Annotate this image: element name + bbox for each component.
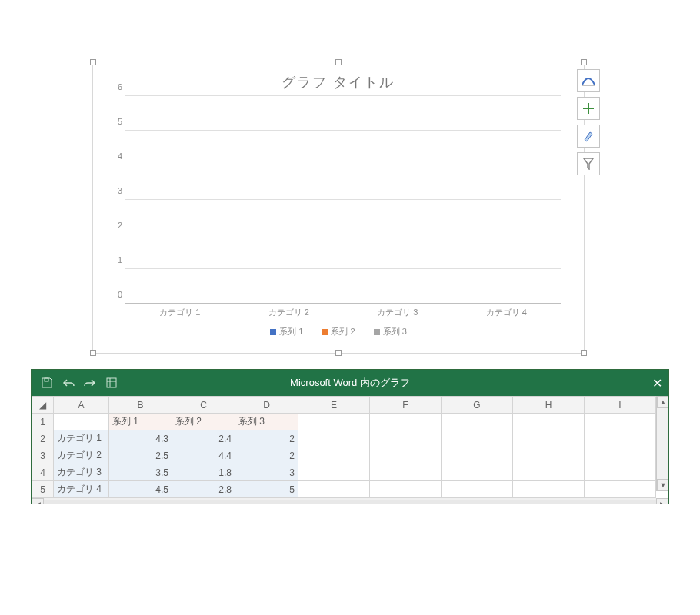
chart-plot-area[interactable]: 0 1 2 3 4 5 6 — [125, 96, 561, 304]
cell[interactable] — [513, 447, 585, 464]
undo-icon[interactable] — [61, 375, 76, 391]
table-row: 1 系列 1 系列 2 系列 3 — [32, 414, 656, 430]
column-header-row: ◢ A B C D E F G H I — [32, 397, 656, 414]
col-header[interactable]: C — [172, 397, 235, 414]
cell[interactable] — [513, 430, 585, 447]
x-axis-label: カテゴリ 4 — [486, 307, 527, 318]
bars-area — [125, 96, 561, 304]
x-axis-label: カテゴリ 1 — [159, 307, 200, 318]
redo-icon[interactable] — [82, 375, 98, 391]
col-header[interactable]: G — [442, 397, 513, 414]
cell[interactable]: 系列 2 — [172, 414, 235, 430]
cell[interactable] — [370, 430, 442, 447]
y-axis: 0 1 2 3 4 5 6 — [107, 96, 122, 304]
row-header[interactable]: 2 — [32, 430, 54, 447]
svg-rect-3 — [45, 378, 48, 381]
chart-legend[interactable]: 系列 1 系列 2 系列 3 — [93, 326, 584, 337]
cell[interactable] — [298, 414, 370, 430]
horizontal-scrollbar[interactable]: ◀ ▶ — [32, 498, 668, 504]
legend-item[interactable]: 系列 3 — [374, 326, 407, 337]
window-title: Microsoft Word 内のグラフ — [32, 376, 668, 390]
cell[interactable]: 3.5 — [109, 464, 172, 481]
cell[interactable]: 系列 3 — [235, 414, 298, 430]
col-header[interactable]: A — [54, 397, 109, 414]
row-header[interactable]: 4 — [32, 464, 54, 481]
cell[interactable] — [442, 464, 513, 481]
close-button[interactable]: ✕ — [645, 376, 668, 391]
col-header[interactable]: F — [370, 397, 442, 414]
cell[interactable] — [513, 414, 585, 430]
cell[interactable] — [54, 414, 109, 430]
cell[interactable] — [370, 447, 442, 464]
cell[interactable]: カテゴリ 4 — [54, 481, 109, 498]
cell[interactable]: 2.5 — [109, 447, 172, 464]
cell[interactable] — [585, 414, 656, 430]
chart-elements-button[interactable] — [577, 97, 600, 120]
row-header[interactable]: 5 — [32, 481, 54, 498]
cell[interactable] — [442, 447, 513, 464]
cell[interactable]: 2 — [235, 430, 298, 447]
chart-object[interactable]: グラフ タイトル 0 1 2 3 4 5 6 — [92, 62, 585, 354]
cell[interactable]: 4.4 — [172, 447, 235, 464]
cell[interactable]: 4.5 — [109, 481, 172, 498]
chart-title[interactable]: グラフ タイトル — [93, 62, 584, 96]
cell[interactable] — [370, 414, 442, 430]
cell[interactable]: 1.8 — [172, 464, 235, 481]
cell[interactable]: カテゴリ 3 — [54, 464, 109, 481]
table-row: 2 カテゴリ 1 4.3 2.4 2 — [32, 430, 656, 447]
col-header[interactable]: B — [109, 397, 172, 414]
chart-data-window: Microsoft Word 内のグラフ ✕ ▲ ▼ ◢ A B C D E F… — [31, 369, 669, 504]
table-row: 5 カテゴリ 4 4.5 2.8 5 — [32, 481, 656, 498]
cell[interactable] — [442, 481, 513, 498]
cell[interactable]: カテゴリ 1 — [54, 430, 109, 447]
table-row: 4 カテゴリ 3 3.5 1.8 3 — [32, 464, 656, 481]
col-header[interactable]: I — [585, 397, 656, 414]
cell[interactable]: 2 — [235, 447, 298, 464]
cell[interactable]: カテゴリ 2 — [54, 447, 109, 464]
excel-titlebar[interactable]: Microsoft Word 内のグラフ ✕ — [32, 370, 668, 396]
row-header[interactable]: 1 — [32, 414, 54, 430]
cell[interactable]: 2.8 — [172, 481, 235, 498]
x-axis-label: カテゴリ 3 — [377, 307, 418, 318]
legend-item[interactable]: 系列 2 — [322, 326, 355, 337]
cell[interactable] — [442, 414, 513, 430]
layout-options-button[interactable] — [577, 69, 600, 92]
cell[interactable] — [513, 464, 585, 481]
legend-item[interactable]: 系列 1 — [270, 326, 303, 337]
select-all-corner[interactable]: ◢ — [32, 397, 54, 414]
cell[interactable]: 3 — [235, 464, 298, 481]
cell[interactable] — [298, 464, 370, 481]
cell[interactable] — [298, 447, 370, 464]
cell[interactable] — [298, 481, 370, 498]
x-axis: カテゴリ 1 カテゴリ 2 カテゴリ 3 カテゴリ 4 — [125, 307, 561, 318]
cell[interactable] — [585, 464, 656, 481]
scroll-right-icon[interactable]: ▶ — [656, 498, 668, 504]
scroll-up-icon[interactable]: ▲ — [657, 396, 668, 408]
chart-styles-button[interactable] — [577, 125, 600, 148]
cell[interactable]: 系列 1 — [109, 414, 172, 430]
col-header[interactable]: H — [513, 397, 585, 414]
chart-tool-buttons — [577, 69, 600, 175]
worksheet[interactable]: ▲ ▼ ◢ A B C D E F G H I 1 — [32, 396, 668, 504]
scroll-left-icon[interactable]: ◀ — [32, 498, 44, 504]
svg-rect-4 — [107, 378, 116, 387]
cell[interactable]: 2.4 — [172, 430, 235, 447]
cell[interactable] — [370, 481, 442, 498]
cell[interactable] — [585, 430, 656, 447]
row-header[interactable]: 3 — [32, 447, 54, 464]
cell[interactable]: 5 — [235, 481, 298, 498]
col-header[interactable]: D — [235, 397, 298, 414]
edit-data-icon[interactable] — [104, 375, 119, 391]
cell[interactable] — [370, 464, 442, 481]
save-icon[interactable] — [39, 375, 55, 391]
cell[interactable]: 4.3 — [109, 430, 172, 447]
cell[interactable] — [442, 430, 513, 447]
cell[interactable] — [585, 481, 656, 498]
scroll-down-icon[interactable]: ▼ — [657, 479, 668, 491]
cell[interactable] — [513, 481, 585, 498]
cell[interactable] — [585, 447, 656, 464]
col-header[interactable]: E — [298, 397, 370, 414]
cell[interactable] — [298, 430, 370, 447]
vertical-scrollbar[interactable]: ▲ ▼ — [656, 396, 668, 491]
chart-filters-button[interactable] — [577, 152, 600, 175]
